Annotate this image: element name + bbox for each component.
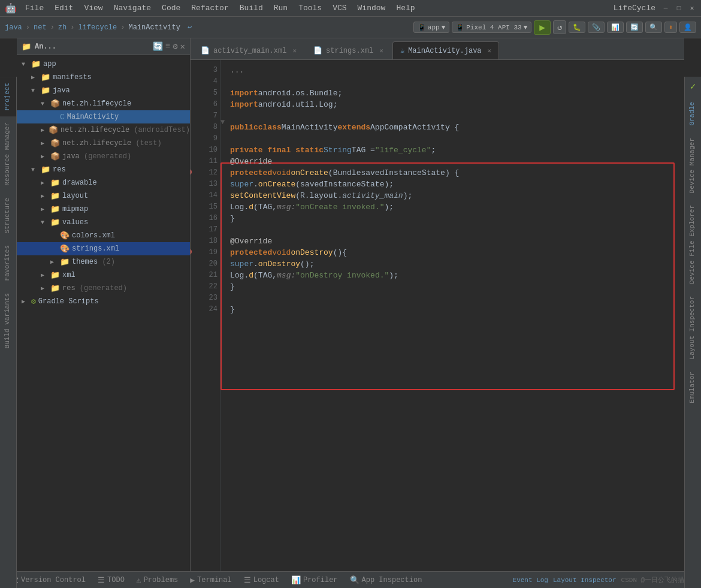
menu-item-code[interactable]: Code <box>157 2 185 14</box>
tree-item-strings[interactable]: ▶ 🎨 strings.xml <box>17 242 190 255</box>
bottom-tab-profiler[interactable]: 📊 Profiler <box>286 574 343 586</box>
tree-item-themes[interactable]: ▶ 📁 themes (2) <box>17 255 190 269</box>
right-panel-emulator[interactable]: Emulator <box>685 366 701 409</box>
attach-icon[interactable]: 📎 <box>588 22 605 33</box>
tree-label: net.zh.lifecycle <box>62 99 131 108</box>
update-icon[interactable]: ⬆ <box>664 22 677 33</box>
bottom-tab-app-inspection[interactable]: 🔍 App Inspection <box>345 574 427 586</box>
breadcrumb-lifecycle[interactable]: lifecycle <box>78 23 117 32</box>
sync-icon[interactable]: ↺ <box>553 20 566 34</box>
window-controls: ─ □ ✕ <box>661 4 696 13</box>
tree-item-layout[interactable]: ▶ 📁 layout <box>17 189 190 203</box>
menu-item-vcs[interactable]: VCS <box>328 2 351 14</box>
panel-close-icon[interactable]: ✕ <box>180 41 185 52</box>
tree-item-colors[interactable]: ▶ 🎨 colors.xml <box>17 229 190 242</box>
tree-item-xml[interactable]: ▶ 📁 xml <box>17 269 190 282</box>
menu-item-window[interactable]: Window <box>353 2 391 14</box>
dropdown-arrow-icon: ▼ <box>442 24 446 31</box>
breadcrumb-java[interactable]: java <box>5 23 22 32</box>
right-panel-device-manager[interactable]: Device Manager <box>685 132 701 199</box>
package-icon: 📦 <box>50 152 60 161</box>
tree-item-package-android[interactable]: ▶ 📦 net.zh.lifecycle (androidTest) <box>17 123 190 137</box>
tree-item-package-test[interactable]: ▶ 📦 net.zh.lifecycle (test) <box>17 137 190 150</box>
close-btn[interactable]: ✕ <box>688 4 696 13</box>
tab-close-icon[interactable]: ✕ <box>488 47 492 55</box>
menu-item-run[interactable]: Run <box>269 2 292 14</box>
menu-item-help[interactable]: Help <box>391 2 419 14</box>
tab-close-icon[interactable]: ✕ <box>292 47 297 55</box>
tab-activity-main[interactable]: 📄 activity_main.xml ✕ <box>193 41 304 59</box>
tree-item-values[interactable]: ▼ 📁 values <box>17 216 190 229</box>
tree-item-manifests[interactable]: ▶ 📁 manifests <box>17 71 190 84</box>
tree-item-gradle[interactable]: ▶ ⚙ Gradle Scripts <box>17 295 190 308</box>
tab-mainactivity[interactable]: ☕ MainActivity.java ✕ <box>392 41 499 59</box>
tree-item-mainactivity[interactable]: ▶ C MainActivity <box>17 110 190 123</box>
bottom-tab-problems[interactable]: ⚠ Problems <box>132 574 183 586</box>
layout-inspector-link[interactable]: Layout Inspector <box>553 577 617 584</box>
tree-label: xml <box>62 271 75 279</box>
run-button[interactable]: ▶ <box>534 20 551 35</box>
tree-arrow-icon: ▼ <box>41 219 48 226</box>
left-panel-buildvariants[interactable]: Build Variants <box>0 287 16 354</box>
folder-icon: 📁 <box>41 73 50 82</box>
tree-item-java[interactable]: ▼ 📁 java <box>17 84 190 97</box>
class-icon: C <box>60 113 65 122</box>
tree-label: res <box>53 165 66 174</box>
coverage-icon[interactable]: 🔄 <box>626 22 643 33</box>
search-icon[interactable]: 🔍 <box>645 22 662 33</box>
tree-label: net.zh.lifecycle (androidTest) <box>61 126 190 134</box>
tree-label: java (generated) <box>62 152 131 161</box>
panel-settings-icon[interactable]: ⚙ <box>173 41 177 52</box>
right-panel-gradle[interactable]: Gradle <box>685 96 701 132</box>
toolbar: java › net › zh › lifecycle › MainActivi… <box>0 17 701 38</box>
minimize-btn[interactable]: ─ <box>661 4 670 13</box>
code-content[interactable]: ▼ ... import android.os.Bundle; import a… <box>220 60 684 571</box>
breadcrumb-net[interactable]: net <box>34 23 47 32</box>
left-panel-resource[interactable]: Resource Manager <box>0 116 16 192</box>
menu-item-file[interactable]: File <box>20 2 49 14</box>
device-dropdown[interactable]: 📱 Pixel 4 API 33 ▼ <box>452 22 531 33</box>
debug-icon[interactable]: 🐛 <box>569 22 585 33</box>
bottom-tab-version-control[interactable]: ⎇ Version Control <box>5 574 90 586</box>
breadcrumb-zh[interactable]: zh <box>58 23 67 32</box>
profile-icon[interactable]: 📊 <box>607 22 624 33</box>
app-config-dropdown[interactable]: 📱 app ▼ <box>413 22 449 33</box>
right-panel-layout-inspector[interactable]: Layout Inspector <box>685 290 701 366</box>
check-mark[interactable]: ✓ <box>685 77 701 96</box>
tree-item-mipmap[interactable]: ▶ 📁 mipmap <box>17 203 190 216</box>
status-bar-right: Event Log Layout Inspector CSDN @一日公飞的描.… <box>513 575 696 584</box>
gradle-icon: ⚙ <box>31 297 36 306</box>
project-panel-icon: 📁 <box>22 42 31 52</box>
maximize-btn[interactable]: □ <box>675 4 683 13</box>
tree-item-res-generated[interactable]: ▶ 📁 res (generated) <box>17 282 190 295</box>
breadcrumb-mainactivity: MainActivity <box>128 23 180 32</box>
bottom-tab-logcat[interactable]: ☰ Logcat <box>239 574 284 586</box>
menu-item-navigate[interactable]: Navigate <box>109 2 156 14</box>
left-panel-project[interactable]: Project <box>0 77 16 116</box>
tree-item-res[interactable]: ▼ 📁 res <box>17 163 190 176</box>
tab-close-icon[interactable]: ✕ <box>379 47 383 55</box>
panel-list-icon[interactable]: ≡ <box>165 41 170 52</box>
left-panel-structure[interactable]: Structure <box>0 192 16 239</box>
bottom-tab-terminal[interactable]: ▶ Terminal <box>185 574 236 586</box>
bottom-tab-todo[interactable]: ☰ TODO <box>93 574 129 586</box>
tab-strings[interactable]: 📄 strings.xml ✕ <box>306 41 391 59</box>
event-log-link[interactable]: Event Log <box>513 577 548 584</box>
tree-arrow-icon: ▶ <box>41 272 48 279</box>
menu-item-edit[interactable]: Edit <box>50 2 78 14</box>
tree-item-app[interactable]: ▼ 📁 app <box>17 58 190 71</box>
menu-item-build[interactable]: Build <box>235 2 268 14</box>
tree-arrow-icon: ▼ <box>31 88 38 94</box>
tree-item-java-generated[interactable]: ▶ 📦 java (generated) <box>17 150 190 163</box>
tree-item-package-main[interactable]: ▼ 📦 net.zh.lifecycle <box>17 97 190 110</box>
tree-item-drawable[interactable]: ▶ 📁 drawable <box>17 176 190 189</box>
menu-item-refactor[interactable]: Refactor <box>186 2 233 14</box>
left-panel-favorites[interactable]: Favorites <box>0 239 16 287</box>
nav-back-icon[interactable]: ↩ <box>188 23 192 32</box>
menu-item-tools[interactable]: Tools <box>294 2 327 14</box>
tree-label: manifests <box>53 73 92 82</box>
account-icon[interactable]: 👤 <box>679 22 696 33</box>
right-panel-device-file[interactable]: Device File Explorer <box>685 199 701 290</box>
menu-item-view[interactable]: View <box>79 2 107 14</box>
panel-sync-icon[interactable]: 🔄 <box>153 41 163 52</box>
